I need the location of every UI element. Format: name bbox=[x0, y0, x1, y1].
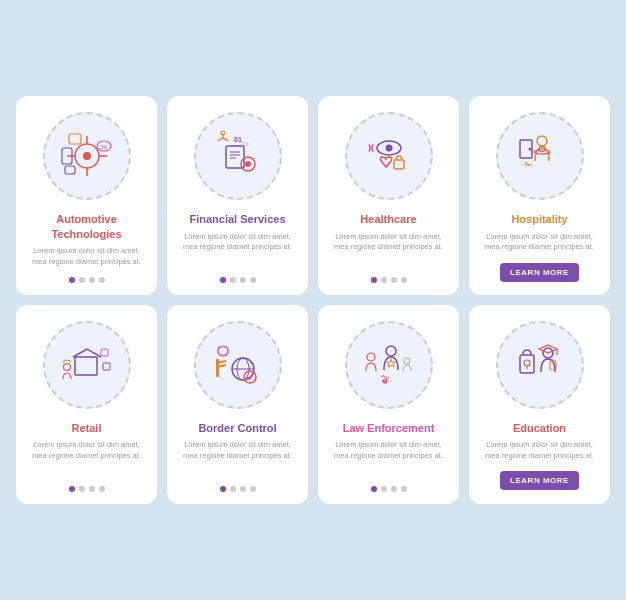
dot-3 bbox=[240, 486, 246, 492]
svg-point-1 bbox=[83, 152, 91, 160]
dot-4 bbox=[99, 277, 105, 283]
svg-rect-10 bbox=[65, 166, 75, 174]
dot-3 bbox=[391, 277, 397, 283]
icon-area-border bbox=[177, 315, 298, 415]
dot-4 bbox=[250, 486, 256, 492]
retail-icon bbox=[57, 335, 117, 395]
card-education-body: Lorem ipsum dolor sit dim amet, mea regi… bbox=[479, 440, 600, 461]
card-healthcare-dots bbox=[371, 273, 407, 283]
svg-rect-54 bbox=[520, 355, 534, 373]
dot-4 bbox=[99, 486, 105, 492]
card-border-title: Border Control bbox=[198, 421, 276, 435]
card-border-dots bbox=[220, 482, 256, 492]
svg-rect-34 bbox=[103, 363, 110, 370]
dot-2 bbox=[230, 486, 236, 492]
svg-rect-23 bbox=[394, 160, 404, 169]
dot-4 bbox=[401, 486, 407, 492]
icon-circle-financial: 01 10 bbox=[194, 112, 282, 200]
card-financial: 01 10 Financial Services Lorem ipsum dol… bbox=[167, 96, 308, 295]
svg-point-22 bbox=[385, 145, 392, 152]
law-icon bbox=[359, 335, 419, 395]
svg-marker-45 bbox=[387, 359, 395, 367]
icon-area-automotive: W bbox=[26, 106, 147, 206]
dot-2 bbox=[79, 277, 85, 283]
card-education-title: Education bbox=[513, 421, 566, 435]
icon-area-healthcare bbox=[328, 106, 449, 206]
card-education: Education Lorem ipsum dolor sit dim amet… bbox=[469, 305, 610, 504]
svg-rect-7 bbox=[69, 134, 81, 144]
icon-circle-hospitality bbox=[496, 112, 584, 200]
dot-3 bbox=[89, 277, 95, 283]
dot-4 bbox=[250, 277, 256, 283]
icon-circle-border bbox=[194, 321, 282, 409]
education-learn-more-button[interactable]: LEARN MORE bbox=[500, 471, 579, 490]
icon-circle-education bbox=[496, 321, 584, 409]
icon-area-law bbox=[328, 315, 449, 415]
dot-1 bbox=[69, 486, 75, 492]
education-icon bbox=[510, 335, 570, 395]
hospitality-learn-more-button[interactable]: LEARN MORE bbox=[500, 263, 579, 282]
card-border: Border Control Lorem ipsum dolor sit dim… bbox=[167, 305, 308, 504]
icon-area-retail bbox=[26, 315, 147, 415]
svg-point-26 bbox=[537, 136, 547, 146]
svg-point-46 bbox=[367, 353, 375, 361]
healthcare-icon bbox=[359, 126, 419, 186]
icon-area-education bbox=[479, 315, 600, 415]
dot-3 bbox=[89, 486, 95, 492]
card-law-body: Lorem ipsum dolor sit dim amet, mea regi… bbox=[328, 440, 449, 461]
card-law: Law Enforcement Lorem ipsum dolor sit di… bbox=[318, 305, 459, 504]
svg-rect-33 bbox=[101, 349, 108, 356]
svg-point-55 bbox=[524, 360, 530, 366]
icon-circle-law bbox=[345, 321, 433, 409]
dot-2 bbox=[381, 277, 387, 283]
icon-circle-healthcare bbox=[345, 112, 433, 200]
card-healthcare-title: Healthcare bbox=[360, 212, 416, 226]
icon-circle-retail bbox=[43, 321, 131, 409]
card-law-dots bbox=[371, 482, 407, 492]
card-retail-body: Lorem ipsum dolor sit dim amet, mea regi… bbox=[26, 440, 147, 461]
svg-text:10: 10 bbox=[242, 141, 249, 147]
dot-1 bbox=[69, 277, 75, 283]
svg-text:W: W bbox=[101, 144, 107, 150]
card-retail-title: Retail bbox=[72, 421, 102, 435]
dot-1 bbox=[220, 277, 226, 283]
automotive-icon: W bbox=[57, 126, 117, 186]
dot-2 bbox=[381, 486, 387, 492]
svg-point-44 bbox=[386, 346, 396, 356]
card-automotive-dots bbox=[69, 273, 105, 283]
card-law-title: Law Enforcement bbox=[343, 421, 435, 435]
icon-area-hospitality bbox=[479, 106, 600, 206]
svg-point-47 bbox=[404, 358, 410, 364]
svg-point-30 bbox=[528, 148, 531, 151]
icon-circle-automotive: W bbox=[43, 112, 131, 200]
card-automotive-title: Automotive Technologies bbox=[26, 212, 147, 241]
card-hospitality: Hospitality Lorem ipsum dolor sit dim am… bbox=[469, 96, 610, 295]
dot-2 bbox=[230, 277, 236, 283]
hospitality-icon bbox=[510, 126, 570, 186]
card-financial-dots bbox=[220, 273, 256, 283]
svg-point-16 bbox=[245, 161, 251, 167]
dot-2 bbox=[79, 486, 85, 492]
card-hospitality-title: Hospitality bbox=[511, 212, 567, 226]
svg-rect-31 bbox=[75, 357, 97, 375]
dot-1 bbox=[371, 277, 377, 283]
icon-area-financial: 01 10 bbox=[177, 106, 298, 206]
card-grid: W Automotive Technologies Lorem ipsum do… bbox=[16, 96, 610, 503]
dot-4 bbox=[401, 277, 407, 283]
svg-text:01: 01 bbox=[234, 136, 242, 143]
card-automotive-body: Lorem ipsum dolor sit dim amet, mea regi… bbox=[26, 246, 147, 267]
card-healthcare: Healthcare Lorem ipsum dolor sit dim ame… bbox=[318, 96, 459, 295]
border-icon bbox=[208, 335, 268, 395]
card-retail: Retail Lorem ipsum dolor sit dim amet, m… bbox=[16, 305, 157, 504]
dot-3 bbox=[391, 486, 397, 492]
card-healthcare-body: Lorem ipsum dolor sit dim amet, mea regi… bbox=[328, 232, 449, 253]
dot-1 bbox=[220, 486, 226, 492]
card-financial-body: Lorem ipsum dolor sit dim amet, mea regi… bbox=[177, 232, 298, 253]
card-retail-dots bbox=[69, 482, 105, 492]
card-hospitality-body: Lorem ipsum dolor sit dim amet, mea regi… bbox=[479, 232, 600, 253]
dot-1 bbox=[371, 486, 377, 492]
financial-icon: 01 10 bbox=[208, 126, 268, 186]
card-automotive: W Automotive Technologies Lorem ipsum do… bbox=[16, 96, 157, 295]
svg-marker-52 bbox=[539, 345, 557, 353]
card-financial-title: Financial Services bbox=[190, 212, 286, 226]
